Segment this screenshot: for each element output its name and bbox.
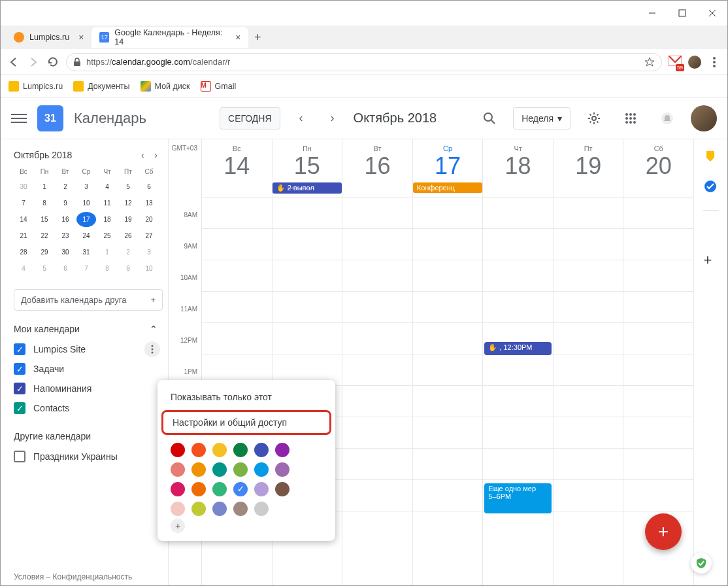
mini-next[interactable]: › (154, 150, 157, 160)
mini-day[interactable]: 20 (139, 212, 159, 227)
window-close[interactable] (697, 1, 727, 26)
apps-button[interactable] (618, 105, 644, 131)
color-swatch[interactable] (191, 482, 206, 496)
color-swatch[interactable] (191, 443, 206, 457)
mini-day[interactable]: 3 (76, 179, 96, 194)
add-friend-calendar[interactable]: Добавить календарь друга + (14, 289, 163, 311)
color-swatch[interactable] (171, 462, 185, 477)
mini-day[interactable]: 24 (76, 228, 96, 243)
settings-button[interactable] (581, 105, 607, 131)
color-swatch[interactable] (254, 502, 269, 516)
calendar-item[interactable]: Contacts (14, 398, 163, 418)
browser-menu-button[interactable] (708, 56, 721, 69)
color-swatch[interactable] (212, 482, 227, 496)
mini-day[interactable]: 7 (76, 261, 96, 276)
color-swatch[interactable] (212, 443, 227, 457)
color-swatch[interactable] (275, 443, 290, 457)
mini-day[interactable]: 8 (97, 261, 117, 276)
other-calendars-header[interactable]: Другие календари (14, 431, 163, 441)
day-column[interactable]: Пт19 (553, 139, 623, 586)
mini-day[interactable]: 30 (14, 179, 33, 194)
mini-day[interactable]: 21 (14, 228, 33, 243)
mini-day[interactable]: 17 (76, 212, 96, 227)
mini-day[interactable]: 2 (56, 179, 75, 194)
mini-day[interactable]: 13 (139, 196, 159, 211)
calendar-item[interactable]: Праздники Украины (14, 447, 163, 466)
color-swatch[interactable] (212, 502, 227, 516)
close-icon[interactable]: × (235, 32, 240, 43)
calendar-item[interactable]: Задачи (14, 359, 163, 379)
mini-day[interactable]: 14 (14, 212, 33, 227)
mini-day[interactable]: 22 (35, 228, 54, 243)
calendar-event[interactable]: ✋ , 12:30PM (484, 342, 552, 355)
checkbox[interactable] (14, 363, 25, 375)
mini-day[interactable]: 25 (97, 228, 117, 243)
mini-calendar[interactable]: ВсПнВтСрЧтПтСб30123456789101112131415161… (14, 165, 163, 276)
mini-day[interactable]: 1 (35, 179, 54, 194)
mini-day[interactable]: 3 (139, 245, 159, 260)
star-icon[interactable] (644, 57, 655, 67)
mini-day[interactable]: 4 (97, 179, 117, 194)
allday-event[interactable]: Конференц (413, 182, 483, 193)
account-avatar[interactable] (691, 105, 717, 131)
bookmark-gmail[interactable]: MGmail (201, 81, 237, 92)
close-icon[interactable]: × (78, 32, 84, 43)
color-swatch[interactable] (254, 443, 269, 457)
privacy-link[interactable]: Конфиденциальность (53, 572, 133, 581)
profile-extension-icon[interactable] (688, 56, 701, 69)
calendar-options-button[interactable] (144, 341, 160, 357)
menu-settings-and-sharing[interactable]: Настройки и общий доступ (161, 410, 331, 435)
color-swatch[interactable] (254, 482, 269, 496)
mini-day[interactable]: 27 (139, 228, 159, 243)
color-swatch[interactable] (212, 462, 227, 477)
mini-day[interactable]: 30 (56, 245, 75, 260)
calendar-item[interactable]: Напоминания (14, 379, 163, 398)
mini-prev[interactable]: ‹ (141, 150, 144, 160)
day-column[interactable]: Ср17Конференц (412, 139, 483, 586)
terms-link[interactable]: Условия (14, 572, 44, 581)
next-week-button[interactable]: › (322, 108, 343, 129)
mini-day[interactable]: 2 (118, 245, 138, 260)
calendar-event[interactable]: Еще одно мер5–6PM (484, 483, 552, 513)
color-swatch[interactable] (233, 443, 248, 457)
gmail-extension-icon[interactable]: 59 (669, 56, 682, 69)
checkbox[interactable] (14, 402, 25, 414)
mini-day[interactable]: 23 (56, 228, 75, 243)
bookmark-docs[interactable]: Документы (73, 81, 129, 92)
mini-day[interactable]: 10 (139, 261, 159, 276)
reload-button[interactable] (46, 56, 59, 69)
today-button[interactable]: СЕГОДНЯ (220, 107, 280, 129)
adblock-shield-icon[interactable] (691, 553, 712, 574)
color-swatch[interactable] (171, 443, 185, 457)
mini-day[interactable]: 19 (118, 212, 138, 227)
mini-day[interactable]: 6 (139, 179, 159, 194)
allday-event[interactable]: ✋ 2 выпол (273, 182, 342, 194)
color-swatch[interactable] (233, 502, 248, 516)
calendar-item[interactable]: Lumpics Site (14, 339, 163, 359)
address-bar[interactable]: https://calendar.google.com/calendar/r (66, 53, 662, 71)
prev-week-button[interactable]: ‹ (291, 108, 312, 129)
color-swatch[interactable] (233, 482, 248, 496)
mini-day[interactable]: 5 (35, 261, 54, 276)
keep-icon[interactable] (704, 150, 718, 164)
menu-show-only-this[interactable]: Показывать только этот (157, 385, 335, 409)
color-swatch[interactable] (254, 462, 269, 477)
mini-day[interactable]: 6 (56, 261, 75, 276)
create-event-fab[interactable]: + (645, 513, 682, 550)
window-minimize[interactable] (637, 1, 667, 26)
mini-day[interactable]: 9 (56, 196, 75, 211)
color-swatch[interactable] (171, 502, 185, 516)
hamburger-menu[interactable] (11, 111, 27, 126)
mini-day[interactable]: 31 (76, 245, 96, 260)
back-button[interactable] (7, 56, 20, 69)
day-column[interactable]: Чт18✋ , 12:30PMЕще одно мер5–6PM (482, 139, 553, 586)
color-swatch[interactable] (171, 482, 185, 496)
mini-day[interactable]: 4 (14, 261, 33, 276)
my-calendars-header[interactable]: Мои календари ⌃ (14, 324, 163, 334)
mini-day[interactable]: 15 (35, 212, 54, 227)
color-swatch[interactable] (275, 462, 290, 477)
window-maximize[interactable] (667, 1, 697, 26)
checkbox[interactable] (14, 383, 25, 394)
mini-day[interactable]: 9 (118, 261, 138, 276)
mini-day[interactable]: 8 (35, 196, 54, 211)
